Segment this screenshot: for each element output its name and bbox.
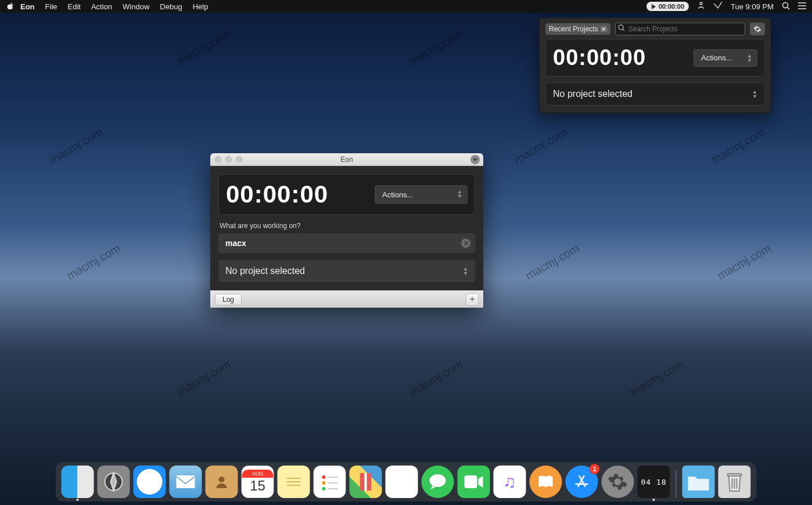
dock-calendar[interactable]: AUG 15 [242, 466, 274, 498]
dock-finder[interactable] [62, 466, 94, 498]
panel-timer-value: 00:00:00 [553, 45, 646, 70]
dock-reminders[interactable] [314, 466, 346, 498]
dock-photos[interactable]: ✿ [386, 466, 418, 498]
collapse-icon[interactable] [470, 155, 480, 164]
svg-marker-11 [146, 478, 154, 486]
gear-icon [753, 25, 761, 33]
menu-file[interactable]: File [45, 2, 58, 11]
dock-messages[interactable] [422, 466, 454, 498]
dock-contacts[interactable] [206, 466, 238, 498]
dock-itunes[interactable]: ♫ [494, 466, 526, 498]
svg-point-7 [619, 25, 623, 30]
svg-line-3 [788, 7, 790, 9]
menubar-timer-value: 00:00:00 [659, 3, 684, 10]
menu-window[interactable]: Window [123, 2, 149, 11]
spotlight-icon[interactable] [782, 2, 790, 12]
dock-downloads-folder[interactable] [682, 466, 715, 498]
notification-center-icon[interactable] [798, 2, 806, 11]
window-titlebar[interactable]: Eon [210, 153, 483, 166]
svg-point-25 [430, 474, 446, 487]
dock-mail[interactable] [170, 466, 202, 498]
project-label: No project selected [225, 266, 305, 276]
svg-point-1 [700, 2, 702, 5]
eon-window: Eon 00:00:00 Actions... ▲▼ What are you … [210, 153, 483, 308]
panel-actions-label: Actions... [701, 53, 732, 62]
menu-app[interactable]: Eon [20, 2, 35, 11]
log-button[interactable]: Log [215, 294, 242, 305]
svg-marker-9 [473, 158, 477, 161]
chevron-down-icon: ▾ [601, 26, 607, 32]
calendar-day: 15 [250, 478, 265, 494]
dock-maps[interactable] [350, 466, 382, 498]
dock-ibooks[interactable] [530, 466, 562, 498]
project-dropdown[interactable]: No project selected ▲▼ [218, 260, 475, 282]
svg-point-19 [322, 487, 326, 490]
panel-project-dropdown[interactable]: No project selected ▲▼ [545, 82, 765, 106]
clear-icon[interactable]: ✕ [461, 239, 470, 248]
timer-value: 00:00:00 [226, 181, 328, 208]
timer-card: 00:00:00 Actions... ▲▼ [218, 174, 475, 215]
calendar-month: AUG [242, 470, 274, 478]
menubar-clock[interactable]: Tue 9:09 PM [731, 2, 774, 11]
dock-appstore[interactable]: 1 [566, 466, 598, 498]
dock-system-preferences[interactable] [602, 466, 634, 498]
settings-button[interactable] [750, 23, 765, 35]
actions-label: Actions... [382, 190, 413, 199]
dock-launchpad[interactable] [98, 466, 130, 498]
svg-rect-30 [728, 474, 742, 476]
dock-safari[interactable] [134, 466, 166, 498]
note-input[interactable] [225, 239, 455, 248]
app-menus: Eon File Edit Action Window Debug Help [20, 2, 208, 11]
svg-rect-26 [465, 475, 477, 488]
menubar-tray-icon-2[interactable] [713, 2, 723, 12]
updown-caret-icon: ▲▼ [457, 189, 462, 199]
svg-marker-0 [652, 4, 656, 9]
dock-clock-widget[interactable]: 04 18 [638, 466, 670, 498]
add-button[interactable]: ＋ [466, 293, 479, 306]
svg-point-18 [322, 481, 326, 485]
search-projects-input[interactable] [615, 23, 745, 35]
search-projects-field[interactable] [615, 23, 745, 35]
panel-actions-dropdown[interactable]: Actions... ▲▼ [694, 49, 757, 67]
panel-project-label: No project selected [553, 89, 633, 99]
menubar-timer-pill[interactable]: 00:00:00 [646, 2, 689, 11]
updown-caret-icon: ▲▼ [752, 89, 757, 99]
dock-facetime[interactable] [458, 466, 490, 498]
recent-projects-label: Recent Projects [549, 25, 598, 33]
menu-debug[interactable]: Debug [160, 2, 182, 11]
apple-menu-icon[interactable] [6, 2, 13, 12]
dock-clock-time: 04 18 [641, 478, 666, 486]
photos-icon: ✿ [394, 470, 410, 493]
menu-edit[interactable]: Edit [68, 2, 81, 11]
menubar-dropdown-panel: Recent Projects ▾ 00:00:00 Actions... ▲▼… [539, 17, 771, 113]
menubar-tray-icon-1[interactable] [697, 2, 705, 12]
svg-point-17 [322, 475, 326, 479]
working-on-label: What are you working on? [220, 222, 474, 230]
recent-projects-button[interactable]: Recent Projects ▾ [545, 23, 610, 35]
updown-caret-icon: ▲▼ [747, 53, 752, 63]
window-footer: Log ＋ [210, 290, 483, 308]
search-icon [618, 24, 625, 33]
appstore-badge: 1 [590, 464, 600, 474]
svg-line-8 [623, 29, 624, 31]
svg-rect-24 [365, 473, 367, 490]
menubar-right: 00:00:00 Tue 9:09 PM [646, 2, 806, 12]
actions-dropdown[interactable]: Actions... ▲▼ [375, 185, 468, 204]
dock-separator [676, 470, 677, 498]
svg-point-2 [783, 2, 788, 8]
music-note-icon: ♫ [503, 472, 516, 492]
svg-line-28 [580, 476, 585, 486]
window-title: Eon [210, 156, 483, 164]
dock-notes[interactable] [278, 466, 310, 498]
dock-trash[interactable] [718, 466, 751, 498]
svg-line-27 [579, 476, 584, 486]
menubar: Eon File Edit Action Window Debug Help 0… [0, 0, 812, 13]
panel-timer-card: 00:00:00 Actions... ▲▼ [545, 39, 765, 77]
note-field[interactable]: ✕ [218, 233, 475, 253]
menu-action[interactable]: Action [91, 2, 112, 11]
updown-caret-icon: ▲▼ [463, 266, 468, 276]
svg-rect-12 [177, 475, 195, 488]
svg-point-13 [219, 477, 225, 482]
dock: AUG 15 ✿ ♫ 1 04 18 [56, 462, 757, 502]
menu-help[interactable]: Help [193, 2, 209, 11]
